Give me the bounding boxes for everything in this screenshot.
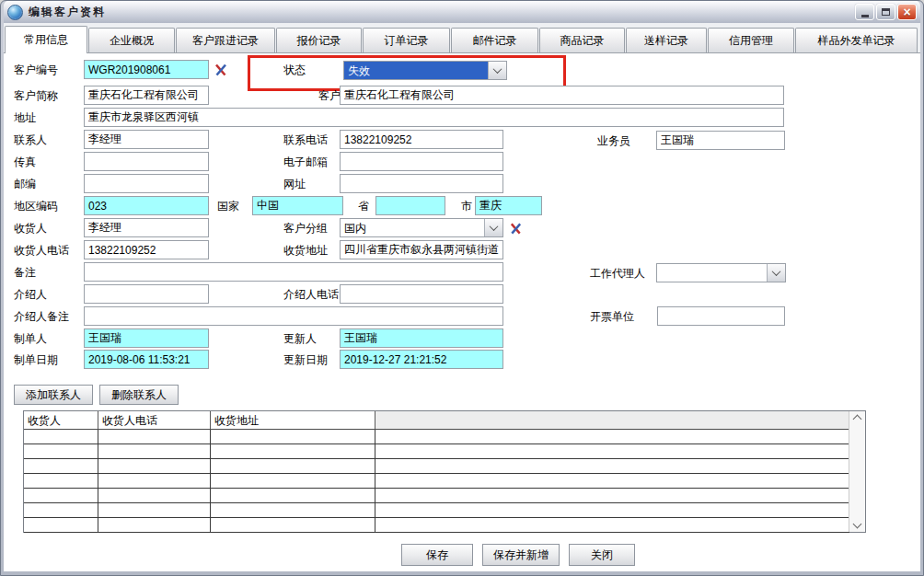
clear-customer-group-icon[interactable] xyxy=(506,219,525,237)
consignee-phone-label: 收货人电话 xyxy=(14,243,69,257)
introducer-remark-input[interactable] xyxy=(84,306,503,326)
column-header-delivery-address[interactable]: 收货地址 xyxy=(211,411,375,429)
contact-label: 联系人 xyxy=(14,132,47,146)
website-input[interactable] xyxy=(340,174,503,193)
table-cell xyxy=(211,489,375,502)
update-date-input[interactable] xyxy=(340,350,503,369)
tab-mail-records[interactable]: 邮件记录 xyxy=(451,28,538,52)
customer-short-input[interactable] xyxy=(84,86,209,105)
chevron-down-icon xyxy=(493,64,502,74)
email-label: 电子邮箱 xyxy=(283,155,328,168)
tab-followup-records[interactable]: 客户跟进记录 xyxy=(176,28,275,52)
save-and-new-button[interactable]: 保存并新增 xyxy=(482,544,560,566)
introducer-input[interactable] xyxy=(84,284,209,304)
city-input[interactable] xyxy=(475,196,542,215)
customer-name-input[interactable] xyxy=(340,86,784,105)
salesman-input[interactable] xyxy=(656,131,785,150)
tab-common-info[interactable]: 常用信息 xyxy=(5,26,87,53)
tab-quote-records[interactable]: 报价记录 xyxy=(276,28,362,52)
create-date-input[interactable] xyxy=(84,350,209,369)
column-header-consignee[interactable]: 收货人 xyxy=(24,411,98,429)
scroll-up-icon[interactable] xyxy=(853,415,862,424)
table-header-filler xyxy=(375,411,849,429)
remark-input[interactable] xyxy=(84,262,503,282)
tab-sample-records[interactable]: 送样记录 xyxy=(626,28,707,52)
contact-input[interactable] xyxy=(84,130,209,149)
invoice-unit-input[interactable] xyxy=(657,306,785,326)
table-vertical-scrollbar[interactable] xyxy=(849,411,865,532)
table-cell xyxy=(375,444,849,458)
table-row[interactable] xyxy=(24,489,849,503)
status-dropdown-button[interactable] xyxy=(488,62,506,79)
scroll-down-icon[interactable] xyxy=(853,520,862,529)
table-cell xyxy=(211,430,375,444)
table-row[interactable] xyxy=(24,430,849,444)
table-cell xyxy=(375,459,849,473)
table-cell xyxy=(98,430,211,444)
area-code-label: 地区编码 xyxy=(14,199,58,213)
address-input[interactable] xyxy=(84,108,784,127)
maximize-button[interactable] xyxy=(876,4,895,20)
consignee-phone-input[interactable] xyxy=(84,240,209,259)
consignee-input[interactable] xyxy=(84,218,209,237)
consignee-label: 收货人 xyxy=(14,221,47,235)
customer-group-selected-value: 国内 xyxy=(341,219,484,236)
close-form-button[interactable]: 关闭 xyxy=(569,544,635,566)
updater-label: 更新人 xyxy=(283,331,317,345)
creator-label: 制单人 xyxy=(14,331,47,345)
table-cell xyxy=(211,459,375,473)
table-cell xyxy=(211,518,375,532)
column-header-consignee-phone[interactable]: 收货人电话 xyxy=(98,411,211,429)
update-date-label: 更新日期 xyxy=(283,352,328,366)
fax-input[interactable] xyxy=(84,152,209,171)
status-label: 状态 xyxy=(283,63,306,76)
form-panel: 客户编号 状态 失效 客户简称 客户名称 地址 联系人 联系电话 业务员 传真 xyxy=(4,53,920,571)
status-select[interactable]: 失效 xyxy=(343,61,507,80)
table-row[interactable] xyxy=(24,474,849,489)
country-input[interactable] xyxy=(252,196,343,215)
table-cell xyxy=(24,474,98,488)
table-cell xyxy=(98,474,211,488)
table-row[interactable] xyxy=(24,444,849,459)
email-input[interactable] xyxy=(340,152,503,171)
province-input[interactable] xyxy=(375,196,445,215)
table-cell xyxy=(24,459,98,473)
table-row[interactable] xyxy=(24,503,849,518)
table-cell xyxy=(24,518,98,532)
customer-group-select[interactable]: 国内 xyxy=(340,218,503,237)
minimize-button[interactable] xyxy=(855,4,874,20)
clear-customer-no-icon[interactable] xyxy=(212,61,230,79)
customer-group-dropdown-button[interactable] xyxy=(484,219,502,236)
app-globe-icon xyxy=(7,5,23,20)
city-label: 市 xyxy=(461,199,472,213)
introducer-phone-label: 介绍人电话 xyxy=(283,287,339,301)
delete-contact-button[interactable]: 删除联系人 xyxy=(99,385,179,405)
customer-short-label: 客户简称 xyxy=(14,88,58,102)
red-blue-x-icon xyxy=(214,63,228,77)
tab-order-records[interactable]: 订单记录 xyxy=(363,28,450,52)
contacts-table: 收货人 收货人电话 收货地址 xyxy=(23,410,866,533)
table-row[interactable] xyxy=(24,459,849,474)
close-button[interactable]: × xyxy=(897,4,917,20)
tab-product-records[interactable]: 商品记录 xyxy=(539,28,625,52)
tab-company-profile[interactable]: 企业概况 xyxy=(88,28,175,52)
table-cell xyxy=(375,430,849,444)
save-button[interactable]: 保存 xyxy=(401,544,473,566)
area-code-input[interactable] xyxy=(84,196,209,215)
work-agent-select[interactable] xyxy=(656,263,786,282)
add-contact-button[interactable]: 添加联系人 xyxy=(14,385,93,405)
tab-credit-management[interactable]: 信用管理 xyxy=(708,28,794,52)
chevron-down-icon xyxy=(490,222,499,231)
customer-group-label: 客户分组 xyxy=(283,221,328,235)
delivery-address-input[interactable] xyxy=(340,240,503,259)
zip-input[interactable] xyxy=(84,174,209,193)
tab-outgoing-sample-records[interactable]: 样品外发单记录 xyxy=(795,28,918,52)
updater-input[interactable] xyxy=(340,328,503,348)
work-agent-dropdown-button[interactable] xyxy=(767,264,785,282)
creator-input[interactable] xyxy=(84,328,209,348)
contact-phone-input[interactable] xyxy=(340,130,503,149)
table-row[interactable] xyxy=(24,518,849,533)
contact-table-body xyxy=(24,430,849,533)
introducer-phone-input[interactable] xyxy=(340,284,503,304)
customer-no-input[interactable] xyxy=(84,60,209,79)
